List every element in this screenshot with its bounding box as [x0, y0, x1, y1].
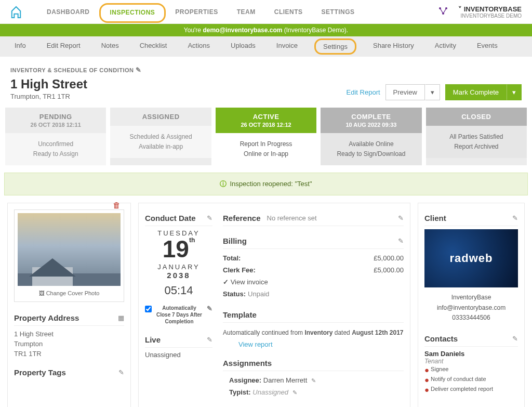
- billing-status-value: Unpaid: [248, 290, 269, 298]
- contact-role: Tenant: [424, 358, 518, 365]
- page-title: 1 High Street: [10, 77, 142, 91]
- total-value: £5,000.00: [374, 254, 404, 262]
- assignee-value: Darren Merrett: [263, 376, 308, 384]
- view-report-link[interactable]: View report: [223, 340, 404, 348]
- stage-closed[interactable]: CLOSEDAll Parties SatisfiedReport Archiv…: [426, 108, 527, 165]
- nav-properties[interactable]: PROPERTIES: [166, 1, 227, 23]
- tab-checklist[interactable]: Checklist: [136, 36, 171, 57]
- stage-assigned[interactable]: ASSIGNEDScheduled & AssignedAvailable in…: [110, 108, 211, 165]
- edit-reference-icon[interactable]: ✎: [398, 214, 404, 222]
- reference-heading: Reference: [223, 214, 261, 222]
- client-logo: radweb: [424, 229, 518, 287]
- delete-cover-icon[interactable]: 🗑: [113, 201, 121, 209]
- address-line: 1 High Street: [14, 329, 124, 339]
- template-heading: Template: [223, 310, 257, 319]
- client-phone: 03333444506: [424, 313, 518, 323]
- typist-value: Unassigned: [252, 388, 288, 396]
- impersonation-banner: You're demo@inventorybase.com (Inventory…: [0, 24, 532, 36]
- edit-assignee-icon[interactable]: ✎: [311, 377, 316, 384]
- billing-heading: Billing: [223, 237, 247, 245]
- preview-dropdown-button[interactable]: ▾: [425, 84, 440, 100]
- network-icon[interactable]: [438, 7, 448, 17]
- edit-auto-close-icon[interactable]: ✎: [207, 305, 212, 313]
- tab-actions[interactable]: Actions: [183, 36, 214, 57]
- address-line: TR1 1TR: [14, 349, 124, 359]
- tab-notes[interactable]: Notes: [97, 36, 123, 57]
- image-icon: 🖼: [39, 290, 45, 296]
- map-icon[interactable]: ▦: [118, 314, 124, 322]
- address-line: Trumpton: [14, 339, 124, 349]
- total-label: Total:: [223, 254, 241, 262]
- auto-close-checkbox[interactable]: [145, 306, 152, 312]
- tab-activity[interactable]: Activity: [431, 36, 460, 57]
- tab-edit-report[interactable]: Edit Report: [43, 36, 85, 57]
- nav-settings[interactable]: SETTINGS: [312, 1, 364, 23]
- logo-icon[interactable]: [10, 5, 22, 19]
- info-icon: ⓘ: [220, 180, 227, 188]
- breadcrumb: INVENTORY & SCHEDULE OF CONDITION ✎: [10, 66, 142, 74]
- live-heading: Live: [145, 335, 161, 344]
- nav-team[interactable]: TEAM: [228, 1, 265, 23]
- nav-dashboard[interactable]: DASHBOARD: [37, 1, 99, 23]
- stage-active[interactable]: ACTIVE26 OCT 2018 12:12Report In Progres…: [216, 108, 316, 165]
- view-invoice-link[interactable]: View invoice: [223, 276, 404, 288]
- account-menu[interactable]: ˅ INVENTORYBASE INVENTORYBASE DEMO: [458, 5, 522, 19]
- stage-pending[interactable]: PENDING26 OCT 2018 12:11UnconfirmedReady…: [5, 108, 106, 165]
- conduct-date: TUESDAY 19th JANUARY 2038 05:14: [145, 229, 212, 297]
- edit-live-icon[interactable]: ✎: [207, 336, 212, 344]
- assignee-label: Assignee:: [229, 376, 261, 384]
- preview-button[interactable]: Preview: [385, 84, 425, 100]
- contacts-heading: Contacts: [424, 334, 458, 343]
- clerk-fee-label: Clerk Fee:: [223, 266, 256, 274]
- page-subtitle: Trumpton, TR1 1TR: [10, 93, 142, 100]
- billing-status-label: Status:: [223, 290, 246, 298]
- edit-contacts-icon[interactable]: ✎: [512, 335, 518, 343]
- property-tags-heading: Property Tags: [14, 368, 66, 377]
- edit-breadcrumb-icon[interactable]: ✎: [136, 66, 142, 74]
- clerk-fee-value: £5,000.00: [374, 266, 404, 274]
- cover-photo: 🗑 🖼 Change Cover Photo: [14, 209, 124, 302]
- edit-billing-icon[interactable]: ✎: [398, 237, 404, 245]
- edit-typist-icon[interactable]: ✎: [292, 389, 297, 396]
- client-email: info@inventorybase.com: [424, 303, 518, 313]
- typist-label: Typist:: [229, 388, 251, 396]
- contact-flag: ● Deliver completed report: [424, 385, 518, 395]
- tab-uploads[interactable]: Uploads: [227, 36, 260, 57]
- reference-value: No reference set: [267, 214, 398, 222]
- assignments-heading: Assignments: [223, 359, 272, 367]
- property-address-heading: Property Address: [14, 313, 79, 322]
- tab-settings[interactable]: Settings: [314, 38, 356, 55]
- tab-share-history[interactable]: Share History: [369, 36, 418, 57]
- mark-complete-button[interactable]: Mark Complete: [445, 84, 507, 100]
- contact-flag: ● Signee: [424, 365, 518, 375]
- auto-close-label: Automatically Close 7 Days After Complet…: [155, 305, 204, 325]
- conduct-date-heading: Conduct Date: [145, 214, 196, 222]
- client-heading: Client: [424, 214, 446, 222]
- edit-client-icon[interactable]: ✎: [512, 214, 518, 222]
- edit-report-link[interactable]: Edit Report: [347, 88, 380, 96]
- stage-complete[interactable]: COMPLETE10 AUG 2022 09:33Available Onlin…: [321, 108, 421, 165]
- tab-events[interactable]: Events: [473, 36, 502, 57]
- edit-conduct-icon[interactable]: ✎: [207, 214, 212, 222]
- alert-banner: ⓘInspection reopened: "Test": [4, 173, 528, 195]
- nav-clients[interactable]: CLIENTS: [265, 1, 312, 23]
- tab-invoice[interactable]: Invoice: [272, 36, 302, 57]
- contact-name: Sam Daniels: [424, 350, 518, 358]
- mark-complete-dropdown-button[interactable]: ▾: [507, 84, 522, 100]
- client-name: InventoryBase: [424, 293, 518, 303]
- nav-inspections[interactable]: INSPECTIONS: [99, 3, 166, 23]
- template-description: Automatically continued from Inventory d…: [223, 326, 404, 340]
- change-cover-button[interactable]: 🖼 Change Cover Photo: [18, 286, 121, 298]
- edit-tags-icon[interactable]: ✎: [118, 369, 124, 376]
- tab-info[interactable]: Info: [10, 36, 30, 57]
- live-value: Unassigned: [145, 351, 212, 359]
- contact-flag: ● Notify of conduct date: [424, 375, 518, 385]
